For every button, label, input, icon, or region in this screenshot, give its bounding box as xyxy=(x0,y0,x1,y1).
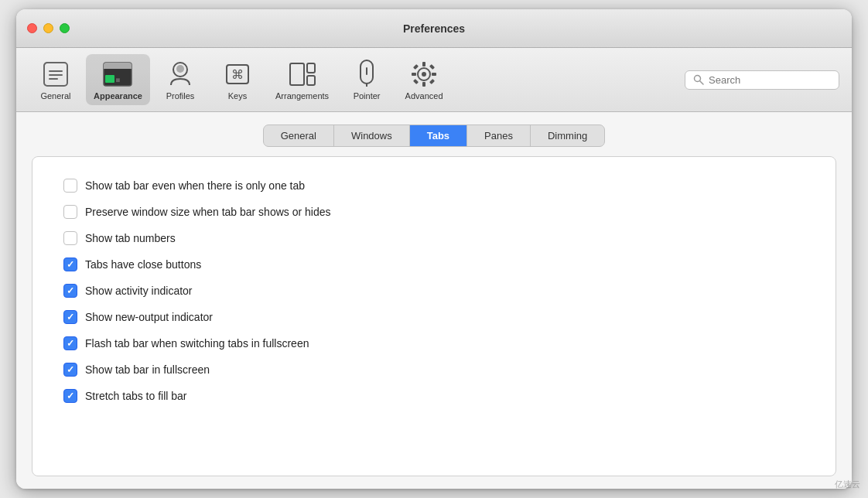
checkbox-row-show-tab-numbers: Show tab numbers xyxy=(63,228,805,248)
label-show-tab-bar-one-tab: Show tab bar even when there is only one… xyxy=(85,179,305,192)
checkbox-row-stretch-tabs: Stretch tabs to fill bar xyxy=(63,386,805,406)
appearance-label: Appearance xyxy=(94,91,142,101)
maximize-button[interactable] xyxy=(60,23,70,33)
svg-rect-14 xyxy=(307,63,315,73)
checkbox-show-tab-bar-fullscreen[interactable] xyxy=(63,363,77,377)
label-stretch-tabs: Stretch tabs to fill bar xyxy=(85,390,187,402)
svg-rect-28 xyxy=(429,79,435,84)
keys-label: Keys xyxy=(228,91,247,101)
svg-rect-13 xyxy=(290,63,304,85)
label-preserve-window-size: Preserve window size when tab bar shows … xyxy=(85,206,331,218)
window-title: Preferences xyxy=(403,22,465,35)
content-area: General Windows Tabs Panes Dimming Show … xyxy=(16,112,852,489)
traffic-lights xyxy=(27,23,70,33)
minimize-button[interactable] xyxy=(43,23,53,33)
pointer-label: Pointer xyxy=(354,91,381,101)
general-icon xyxy=(40,59,71,90)
svg-line-30 xyxy=(700,81,704,85)
checkbox-show-tab-bar-one-tab[interactable] xyxy=(63,179,77,193)
svg-point-10 xyxy=(176,65,184,73)
toolbar-arrangements[interactable]: Arrangements xyxy=(268,54,337,105)
svg-rect-6 xyxy=(104,67,132,69)
subtab-dimming[interactable]: Dimming xyxy=(531,125,604,146)
arrangements-icon xyxy=(287,59,318,90)
toolbar-advanced[interactable]: Advanced xyxy=(397,54,451,105)
title-bar: Preferences xyxy=(16,9,852,48)
svg-rect-3 xyxy=(49,78,58,80)
checkbox-row-show-tab-bar-fullscreen: Show tab bar in fullscreen xyxy=(63,360,805,380)
checkbox-show-activity-indicator[interactable] xyxy=(63,284,77,298)
settings-panel: Show tab bar even when there is only one… xyxy=(32,156,836,476)
svg-rect-26 xyxy=(429,64,435,70)
toolbar-general[interactable]: General xyxy=(29,54,83,105)
checkbox-show-new-output-indicator[interactable] xyxy=(63,310,77,324)
label-show-tab-bar-fullscreen: Show tab bar in fullscreen xyxy=(85,363,210,376)
subtab-panes[interactable]: Panes xyxy=(467,125,531,146)
checkbox-show-tab-numbers[interactable] xyxy=(63,231,77,245)
toolbar-keys[interactable]: ⌘ Keys xyxy=(210,54,265,105)
label-show-new-output-indicator: Show new-output indicator xyxy=(85,311,213,323)
profiles-label: Profiles xyxy=(166,91,195,101)
arrangements-label: Arrangements xyxy=(275,91,329,101)
keys-icon: ⌘ xyxy=(222,59,253,90)
checkbox-row-tabs-close-buttons: Tabs have close buttons xyxy=(63,254,805,275)
checkbox-row-show-tab-bar-one-tab: Show tab bar even when there is only one… xyxy=(63,176,805,196)
label-tabs-close-buttons: Tabs have close buttons xyxy=(85,258,201,271)
appearance-icon: ■ xyxy=(102,59,133,90)
svg-rect-25 xyxy=(413,64,419,70)
svg-rect-27 xyxy=(413,79,419,84)
search-input[interactable] xyxy=(709,74,831,86)
checkbox-row-show-activity-indicator: Show activity indicator xyxy=(63,281,805,301)
label-show-tab-numbers: Show tab numbers xyxy=(85,232,176,244)
search-icon xyxy=(693,74,704,85)
general-label: General xyxy=(40,91,70,101)
advanced-icon xyxy=(408,59,439,90)
checkbox-stretch-tabs[interactable] xyxy=(63,389,77,403)
svg-rect-23 xyxy=(412,73,416,76)
search-box xyxy=(685,70,839,90)
toolbar-profiles[interactable]: Profiles xyxy=(153,54,207,105)
label-show-activity-indicator: Show activity indicator xyxy=(85,285,193,297)
svg-text:⌘: ⌘ xyxy=(231,68,244,81)
svg-rect-1 xyxy=(49,70,63,72)
checkbox-row-show-new-output-indicator: Show new-output indicator xyxy=(63,307,805,327)
svg-rect-22 xyxy=(422,82,425,87)
preferences-window: Preferences General xyxy=(16,9,852,489)
checkbox-row-flash-tab-bar-fullscreen: Flash tab bar when switching tabs in ful… xyxy=(63,333,805,353)
watermark: 亿速云 xyxy=(835,479,860,490)
svg-text:■: ■ xyxy=(116,77,120,84)
close-button[interactable] xyxy=(27,23,37,33)
profiles-icon xyxy=(165,59,196,90)
checkbox-preserve-window-size[interactable] xyxy=(63,205,77,219)
checkbox-tabs-close-buttons[interactable] xyxy=(63,258,77,271)
subtab-general[interactable]: General xyxy=(264,125,334,146)
toolbar: General ■ Appearance xyxy=(16,48,852,112)
svg-rect-2 xyxy=(49,74,63,76)
svg-point-20 xyxy=(422,72,426,77)
svg-rect-24 xyxy=(432,73,436,76)
toolbar-appearance[interactable]: ■ Appearance xyxy=(86,54,150,105)
label-flash-tab-bar-fullscreen: Flash tab bar when switching tabs in ful… xyxy=(85,337,309,350)
subtab-tabs[interactable]: Tabs xyxy=(410,125,467,146)
svg-rect-21 xyxy=(422,62,425,67)
svg-rect-15 xyxy=(307,76,315,85)
checkbox-flash-tab-bar-fullscreen[interactable] xyxy=(63,336,77,350)
subtab-group: General Windows Tabs Panes Dimming xyxy=(263,124,606,147)
toolbar-pointer[interactable]: Pointer xyxy=(340,54,394,105)
subtab-windows[interactable]: Windows xyxy=(334,125,410,146)
subtab-bar: General Windows Tabs Panes Dimming xyxy=(32,124,836,147)
advanced-label: Advanced xyxy=(405,91,443,101)
svg-rect-7 xyxy=(105,75,114,83)
checkbox-row-preserve-window-size: Preserve window size when tab bar shows … xyxy=(63,202,805,222)
pointer-icon xyxy=(351,59,382,90)
